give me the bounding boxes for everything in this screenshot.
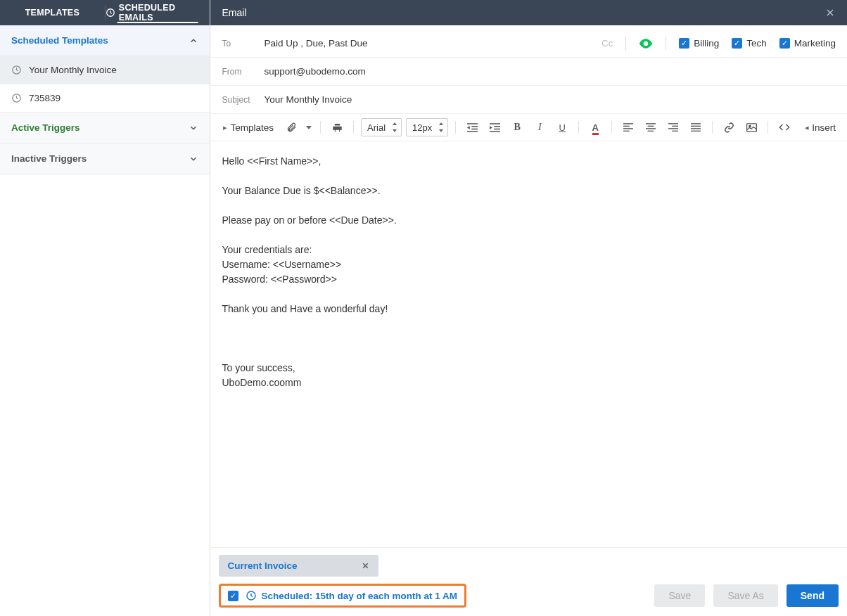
svg-rect-19	[648, 131, 654, 131]
outdent-icon[interactable]	[463, 118, 481, 136]
attachment-chip[interactable]: Current Invoice	[219, 555, 378, 577]
templates-dropdown[interactable]: Templates	[219, 122, 278, 133]
svg-rect-17	[648, 126, 654, 127]
sidebar-group-title: Active Triggers	[11, 122, 189, 133]
close-icon[interactable]	[824, 7, 836, 18]
sidebar-group-active-triggers[interactable]: Active Triggers	[0, 113, 210, 143]
checkbox-icon: ✓	[779, 38, 790, 49]
tab-templates[interactable]: TEMPLATES	[0, 0, 105, 25]
align-justify-icon[interactable]	[687, 118, 705, 136]
svg-rect-21	[672, 126, 678, 127]
send-button[interactable]: Send	[786, 584, 839, 607]
svg-rect-15	[623, 131, 630, 131]
sidebar-item-label: Your Monthly Invoice	[29, 65, 117, 75]
subject-label: Subject	[222, 95, 264, 105]
checkbox-label: Billing	[694, 38, 719, 49]
checkbox-icon: ✓	[732, 38, 742, 49]
svg-rect-6	[471, 128, 478, 129]
to-label: To	[222, 39, 264, 49]
panel-title: Email	[222, 7, 824, 18]
schedule-checkbox[interactable]: ✓	[228, 591, 238, 601]
footer-area: Current Invoice ✓ Scheduled: 15th day of…	[210, 547, 847, 616]
subject-row: Subject	[210, 86, 847, 114]
svg-rect-4	[467, 123, 478, 124]
svg-rect-9	[494, 126, 500, 127]
to-row: To Cc ✓ Billing ✓ Tech	[210, 30, 847, 58]
to-input[interactable]	[264, 38, 601, 49]
eye-icon[interactable]	[639, 39, 653, 49]
checkbox-icon: ✓	[679, 38, 689, 49]
font-size-select[interactable]: 12px	[406, 118, 448, 136]
checkbox-marketing[interactable]: ✓ Marketing	[779, 38, 836, 49]
clock-icon	[11, 65, 22, 75]
save-button[interactable]: Save	[654, 584, 705, 607]
from-label: From	[222, 67, 264, 77]
tab-scheduled-label: SCHEDULED EMAILS	[119, 3, 210, 23]
tab-templates-label: TEMPLATES	[25, 8, 79, 18]
save-as-button[interactable]: Save As	[713, 584, 777, 607]
from-input[interactable]	[264, 66, 836, 77]
svg-rect-24	[691, 123, 701, 124]
schedule-text: Scheduled: 15th day of each month at 1 A…	[261, 591, 457, 601]
svg-rect-5	[471, 126, 478, 127]
attachment-bar: Current Invoice	[210, 548, 847, 578]
svg-rect-7	[467, 131, 478, 132]
svg-rect-11	[490, 131, 500, 132]
sidebar-group-scheduled-templates[interactable]: Scheduled Templates	[0, 25, 210, 56]
schedule-box: ✓ Scheduled: 15th day of each month at 1…	[219, 584, 466, 608]
italic-icon[interactable]: I	[530, 118, 549, 136]
align-center-icon[interactable]	[642, 118, 660, 136]
sidebar-group-inactive-triggers[interactable]: Inactive Triggers	[0, 143, 210, 174]
svg-rect-12	[623, 123, 633, 124]
svg-rect-20	[668, 123, 678, 124]
main-header: Email	[210, 0, 847, 25]
svg-rect-8	[490, 123, 500, 124]
attachment-dropdown-icon[interactable]	[305, 118, 313, 136]
svg-rect-13	[623, 126, 630, 127]
remove-attachment-icon[interactable]	[361, 561, 370, 570]
subject-input[interactable]	[264, 94, 836, 105]
editor-toolbar: Templates Arial 12px	[210, 114, 847, 141]
main-panel: Email To Cc ✓ Billing	[210, 0, 847, 616]
link-icon[interactable]	[720, 118, 738, 136]
sidebar-group-title: Scheduled Templates	[11, 35, 189, 46]
align-right-icon[interactable]	[664, 118, 682, 136]
attachment-name: Current Invoice	[227, 560, 297, 571]
checkbox-tech[interactable]: ✓ Tech	[732, 38, 767, 49]
svg-rect-16	[646, 123, 656, 124]
checkbox-label: Marketing	[794, 38, 836, 49]
align-left-icon[interactable]	[619, 118, 637, 136]
svg-rect-14	[623, 128, 633, 129]
tab-scheduled-emails[interactable]: SCHEDULED EMAILS	[106, 0, 210, 25]
clock-icon	[246, 590, 257, 601]
sidebar: TEMPLATES SCHEDULED EMAILS Scheduled Tem…	[0, 0, 210, 616]
chevron-down-icon	[189, 123, 198, 133]
svg-rect-23	[672, 131, 678, 131]
checkbox-billing[interactable]: ✓ Billing	[679, 38, 719, 49]
svg-rect-10	[494, 128, 500, 129]
svg-rect-25	[691, 126, 701, 127]
email-body[interactable]: Hello <<First Name>>, Your Balance Due i…	[210, 141, 847, 547]
sidebar-item-monthly-invoice[interactable]: Your Monthly Invoice	[0, 56, 210, 84]
schedule-link[interactable]: Scheduled: 15th day of each month at 1 A…	[246, 590, 457, 601]
email-form: To Cc ✓ Billing ✓ Tech	[210, 25, 847, 114]
font-color-icon[interactable]: A	[586, 118, 604, 136]
cc-button[interactable]: Cc	[601, 38, 613, 49]
sidebar-group-title: Inactive Triggers	[11, 153, 189, 164]
image-icon[interactable]	[742, 118, 760, 136]
code-icon[interactable]	[775, 118, 794, 136]
insert-dropdown[interactable]: Insert	[802, 122, 839, 133]
clock-icon	[106, 8, 115, 18]
from-row: From	[210, 58, 847, 86]
print-icon[interactable]	[328, 118, 346, 136]
underline-icon[interactable]: U	[553, 118, 571, 136]
clock-icon	[11, 93, 22, 103]
indent-icon[interactable]	[485, 118, 504, 136]
footer-row: ✓ Scheduled: 15th day of each month at 1…	[210, 578, 847, 616]
svg-point-3	[644, 42, 647, 44]
svg-rect-18	[646, 128, 656, 129]
sidebar-item-735839[interactable]: 735839	[0, 84, 210, 113]
bold-icon[interactable]: B	[508, 118, 526, 136]
font-family-select[interactable]: Arial	[361, 118, 402, 136]
attachment-icon[interactable]	[282, 118, 300, 136]
